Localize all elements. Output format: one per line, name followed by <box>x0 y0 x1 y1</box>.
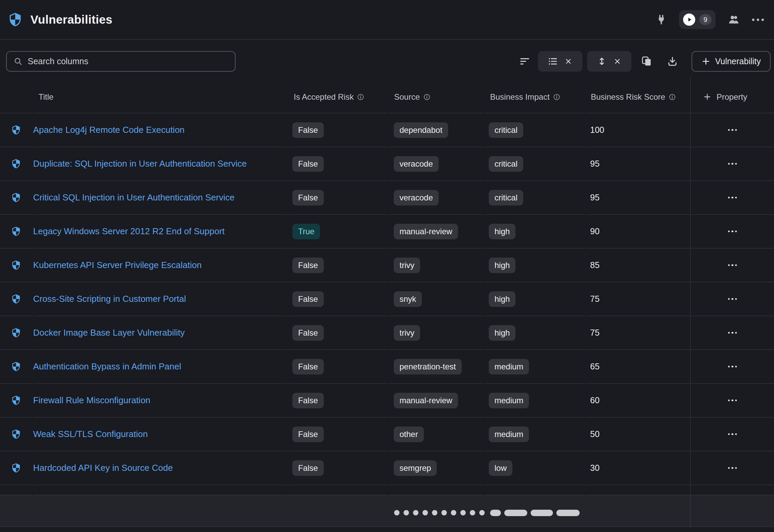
search-input[interactable] <box>28 56 228 66</box>
accepted-risk-badge: False <box>292 359 324 374</box>
source-cell: semgrep <box>389 451 484 485</box>
users-icon[interactable] <box>728 14 740 26</box>
business-impact-cell: high <box>485 214 584 248</box>
business-risk-score-value: 85 <box>590 260 600 270</box>
source-badge: veracode <box>394 190 439 205</box>
source-cell: penetration-test <box>389 349 484 383</box>
is-accepted-risk-cell: True <box>288 214 388 248</box>
source-cell: trivy <box>389 316 484 349</box>
business-risk-score-cell: 75 <box>585 282 690 316</box>
source-badge: manual-review <box>394 224 458 239</box>
row-menu-button[interactable] <box>725 193 741 202</box>
app-shield-logo-icon <box>8 11 22 28</box>
source-badge: semgrep <box>394 460 437 476</box>
empty-row-strip <box>389 485 484 495</box>
row-shield-cell <box>0 451 32 485</box>
vulnerability-title-link[interactable]: Legacy Windows Server 2012 R2 End of Sup… <box>33 226 225 237</box>
vulnerability-title-link[interactable]: Docker Image Base Layer Vulnerability <box>33 328 185 338</box>
accepted-risk-badge: False <box>292 393 324 408</box>
vulnerability-title-link[interactable]: Weak SSL/TLS Configuration <box>33 429 148 439</box>
clear-icon[interactable] <box>613 57 622 66</box>
row-menu-button[interactable] <box>725 464 741 473</box>
search-columns-box[interactable] <box>6 51 236 72</box>
business-risk-score-value: 100 <box>590 125 604 135</box>
row-menu-button[interactable] <box>725 126 741 135</box>
row-actions-cell <box>691 113 774 147</box>
row-actions-cell <box>691 147 774 180</box>
row-actions-cell <box>691 316 774 349</box>
copy-icon[interactable] <box>641 55 653 67</box>
info-icon[interactable] <box>357 94 364 100</box>
business-risk-score-cell: 95 <box>585 180 690 214</box>
row-menu-button[interactable] <box>725 396 741 405</box>
column-header-is-accepted-risk[interactable]: Is Accepted Risk <box>288 81 388 113</box>
vulnerability-title-link[interactable]: Apache Log4j Remote Code Execution <box>33 125 185 135</box>
info-icon[interactable] <box>553 94 560 100</box>
accepted-risk-badge: False <box>292 460 324 476</box>
row-menu-button[interactable] <box>725 160 741 168</box>
group-by-pill[interactable] <box>538 51 582 72</box>
vulnerability-title-link[interactable]: Kubernetes API Server Privilege Escalati… <box>33 260 202 270</box>
more-options-icon[interactable] <box>752 19 764 21</box>
sort-pill[interactable] <box>587 51 631 72</box>
business-risk-score-value: 50 <box>590 429 600 439</box>
row-actions-cell <box>691 383 774 417</box>
row-shield-cell <box>0 417 32 451</box>
row-shield-cell <box>0 316 32 349</box>
vulnerability-title-link[interactable]: Hardcoded API Key in Source Code <box>33 463 173 473</box>
run-count-badge: 9 <box>699 14 711 25</box>
pagination-skeleton-dots <box>394 510 485 515</box>
column-header-source[interactable]: Source <box>389 81 484 113</box>
column-header-title[interactable]: Title <box>33 81 287 113</box>
vulnerability-title-link[interactable]: Firewall Rule Misconfiguration <box>33 395 150 406</box>
column-header-business-risk-score[interactable]: Business Risk Score <box>585 81 690 113</box>
business-impact-badge: medium <box>489 359 529 374</box>
clear-icon[interactable] <box>564 57 573 66</box>
row-menu-button[interactable] <box>725 261 741 270</box>
accepted-risk-badge: False <box>292 258 324 273</box>
business-impact-cell: high <box>485 248 584 282</box>
row-menu-button[interactable] <box>725 430 741 439</box>
vulnerability-title-link[interactable]: Duplicate: SQL Injection in User Authent… <box>33 159 247 169</box>
plug-icon[interactable] <box>656 14 667 25</box>
business-risk-score-value: 30 <box>590 463 600 473</box>
row-menu-button[interactable] <box>725 295 741 304</box>
is-accepted-risk-cell: False <box>288 349 388 383</box>
add-vulnerability-button[interactable]: Vulnerability <box>692 51 771 72</box>
is-accepted-risk-cell: False <box>288 383 388 417</box>
table-toolbar: Vulnerability <box>6 51 771 72</box>
info-icon[interactable] <box>669 94 676 100</box>
business-risk-score-cell: 65 <box>585 349 690 383</box>
column-header-business-impact[interactable]: Business Impact <box>485 81 584 113</box>
download-icon[interactable] <box>667 56 678 67</box>
business-impact-cell: high <box>485 316 584 349</box>
source-badge: trivy <box>394 258 420 273</box>
add-property-column-button[interactable]: Property <box>691 81 774 113</box>
shield-icon <box>11 395 21 406</box>
filter-icon[interactable] <box>519 56 530 67</box>
empty-row-strip <box>691 485 774 495</box>
row-shield-cell <box>0 113 32 147</box>
source-cell: snyk <box>389 282 484 316</box>
vulnerability-title-link[interactable]: Authentication Bypass in Admin Panel <box>33 361 181 372</box>
run-status-pill[interactable]: 9 <box>679 10 716 29</box>
row-actions-cell <box>691 248 774 282</box>
vulnerability-title-link[interactable]: Cross-Site Scripting in Customer Portal <box>33 294 186 304</box>
business-risk-score-cell: 90 <box>585 214 690 248</box>
row-menu-button[interactable] <box>725 362 741 371</box>
shield-icon <box>11 429 21 440</box>
row-menu-button[interactable] <box>725 227 741 236</box>
is-accepted-risk-cell: False <box>288 417 388 451</box>
business-impact-badge: high <box>489 325 515 341</box>
vulnerability-title-cell: Firewall Rule Misconfiguration <box>33 383 287 417</box>
business-impact-badge: high <box>489 258 515 273</box>
accepted-risk-badge: False <box>292 156 324 172</box>
vulnerability-title-link[interactable]: Critical SQL Injection in User Authentic… <box>33 192 235 203</box>
row-menu-button[interactable] <box>725 329 741 337</box>
row-shield-cell <box>0 349 32 383</box>
is-accepted-risk-cell: False <box>288 282 388 316</box>
business-risk-score-value: 75 <box>590 294 600 304</box>
shield-icon <box>11 192 21 203</box>
empty-row-strip <box>485 485 584 495</box>
info-icon[interactable] <box>424 94 430 100</box>
